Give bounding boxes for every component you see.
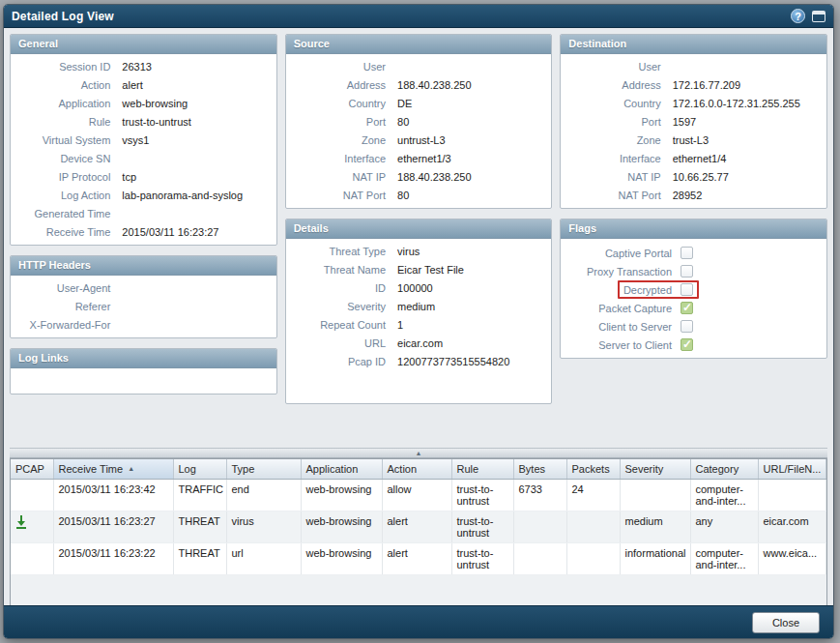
cell-type: url: [226, 543, 301, 575]
flag-checkbox: [681, 302, 693, 314]
panel-source-header: Source: [286, 35, 552, 54]
field-label: Port: [286, 113, 397, 132]
cell-severity: [620, 480, 690, 511]
panel-source: Source User Address188.40.238.250 Countr…: [285, 34, 553, 209]
field-row: Ruletrust-to-untrust: [11, 113, 276, 132]
window-popout-icon[interactable]: [812, 11, 826, 22]
panel-details-header: Details: [286, 219, 552, 239]
table-row[interactable]: 2015/03/11 16:23:27 THREAT virus web-bro…: [11, 511, 826, 543]
field-value: vsys1: [122, 132, 275, 150]
field-value: Eicar Test File: [397, 261, 551, 279]
field-label: User: [286, 58, 397, 76]
field-value: 188.40.238.250: [397, 76, 551, 95]
field-value: 28952: [673, 187, 826, 205]
dialog-title: Detailed Log View: [12, 10, 791, 23]
field-label: Generated Time: [11, 205, 122, 223]
field-value: [122, 298, 275, 316]
cell-application: web-browsing: [301, 511, 382, 543]
field-label: Country: [561, 95, 672, 113]
field-label: Action: [11, 76, 122, 95]
column-header-bytes[interactable]: Bytes: [513, 459, 566, 480]
table-row[interactable]: 2015/03/11 16:23:22 THREAT url web-brows…: [11, 543, 826, 575]
field-row: Repeat Count1: [286, 316, 552, 335]
column-header-packets[interactable]: Packets: [566, 459, 620, 480]
cell-rule: trust-to-untrust: [451, 480, 513, 511]
field-value: [673, 58, 826, 76]
column-header-application[interactable]: Application: [301, 459, 382, 480]
field-row: IP Protocoltcp: [11, 168, 276, 187]
field-value: web-browsing: [122, 95, 275, 113]
field-row: X-Forwarded-For: [11, 316, 276, 335]
cell-receive-time: 2015/03/11 16:23:22: [53, 543, 173, 575]
field-row: URLeicar.com: [286, 335, 552, 353]
column-header-category[interactable]: Category: [690, 459, 758, 480]
panel-flags: Flags Captive Portal Proxy Transaction D…: [560, 219, 827, 359]
cell-bytes: 6733: [513, 480, 566, 511]
field-label: Zone: [286, 132, 397, 150]
titlebar: Detailed Log View ?: [4, 5, 833, 28]
field-label: Pcap ID: [286, 353, 397, 371]
column-header-log[interactable]: Log: [173, 459, 226, 480]
field-row: Zonetrust-L3: [561, 132, 826, 150]
column-header-action[interactable]: Action: [382, 459, 451, 480]
pcap-download-icon[interactable]: [15, 515, 27, 531]
flag-row-captive-portal: Captive Portal: [561, 244, 826, 262]
field-row: CountryDE: [286, 95, 552, 113]
field-label: User: [561, 58, 672, 76]
table-header-row: PCAP Receive Time▲ Log Type Application …: [11, 459, 826, 480]
field-value: ethernet1/3: [397, 150, 551, 168]
field-value: 100000: [397, 279, 551, 298]
flag-label: Proxy Transaction: [587, 266, 672, 278]
cell-bytes: [513, 511, 566, 543]
cell-receive-time: 2015/03/11 16:23:27: [53, 511, 173, 543]
cell-log: TRAFFIC: [173, 480, 226, 511]
flag-row-server-to-client: Server to Client: [561, 336, 826, 354]
field-value: 188.40.238.250: [397, 168, 551, 187]
field-value: [122, 150, 275, 168]
splitter-handle[interactable]: ▲: [10, 448, 827, 458]
cell-packets: 24: [566, 480, 620, 511]
field-label: Address: [561, 76, 672, 95]
field-row: NAT IP188.40.238.250: [286, 168, 552, 187]
field-label: NAT Port: [561, 187, 672, 205]
flag-checkbox: [681, 320, 693, 333]
help-icon[interactable]: ?: [791, 9, 805, 23]
flag-row-decrypted: Decrypted: [561, 280, 826, 299]
cell-severity: medium: [620, 511, 690, 543]
cell-url: www.eica...: [758, 543, 826, 575]
flag-label: Server to Client: [598, 339, 672, 351]
field-row: Pcap ID1200773773515554820: [286, 353, 552, 371]
table-row[interactable]: 2015/03/11 16:23:42 TRAFFIC end web-brow…: [11, 480, 826, 511]
panel-log-links-header: Log Links: [11, 349, 276, 368]
panel-general: General Session ID26313 Actionalert Appl…: [10, 34, 277, 246]
panel-http-headers: HTTP Headers User-Agent Referer X-Forwar…: [10, 255, 277, 338]
panel-destination-body: User Address172.16.77.209 Country172.16.…: [561, 54, 826, 208]
column-header-type[interactable]: Type: [226, 459, 301, 480]
field-row: Actionalert: [11, 76, 276, 95]
close-button[interactable]: Close: [752, 612, 820, 633]
field-label: Device SN: [11, 150, 122, 168]
flag-checkbox: [681, 265, 693, 278]
field-row: User: [561, 58, 826, 76]
column-header-url-filename[interactable]: URL/FileN...: [758, 459, 826, 480]
panel-details-body: Threat Typevirus Threat NameEicar Test F…: [286, 239, 552, 403]
field-label: ID: [286, 279, 397, 298]
cell-action: alert: [382, 543, 451, 575]
field-value: eicar.com: [397, 335, 551, 353]
panel-general-header: General: [11, 35, 276, 54]
flag-label: Packet Capture: [598, 303, 672, 314]
panel-http-headers-header: HTTP Headers: [11, 256, 276, 276]
cell-rule: trust-to-untrust: [451, 511, 513, 543]
field-label: Session ID: [11, 58, 122, 76]
field-value: 10.66.25.77: [673, 168, 826, 187]
column-header-pcap[interactable]: PCAP: [11, 459, 53, 480]
panel-destination: Destination User Address172.16.77.209 Co…: [560, 34, 827, 209]
field-value: 1200773773515554820: [397, 353, 551, 371]
column-header-severity[interactable]: Severity: [620, 459, 690, 480]
panel-source-body: User Address188.40.238.250 CountryDE Por…: [286, 54, 552, 208]
splitter-collapse-icon[interactable]: ▲: [416, 450, 422, 456]
cell-category: computer-and-inter...: [690, 543, 758, 575]
column-header-rule[interactable]: Rule: [451, 459, 513, 480]
column-header-receive-time[interactable]: Receive Time▲: [53, 459, 173, 480]
related-logs-grid: PCAP Receive Time▲ Log Type Application …: [10, 458, 827, 605]
